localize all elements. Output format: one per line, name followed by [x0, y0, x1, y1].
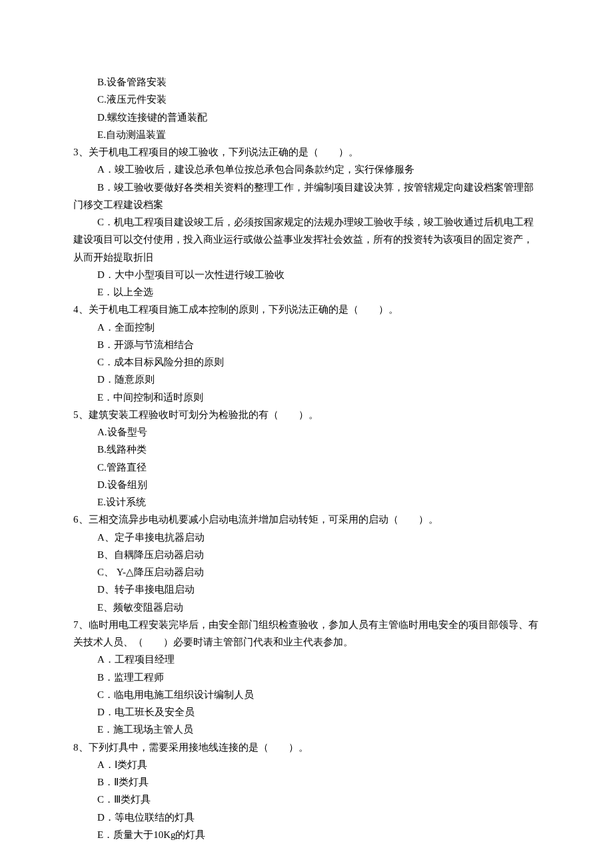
option-item: A、定子串接电抗器启动	[73, 529, 540, 546]
option-item: C．机电工程项目建设竣工后，必须按国家规定的法规办理竣工验收手续，竣工验收通过后…	[73, 213, 540, 266]
document-page: B.设备管路安装 C.液压元件安装 D.螺纹连接键的普通装配 E.自动测温装置 …	[0, 0, 613, 868]
option-item: D.设备组别	[73, 476, 540, 493]
option-item: B、自耦降压启动器启动	[73, 546, 540, 563]
option-item: E．质量大于10Kg的灯具	[73, 826, 540, 843]
question-5-stem: 5、建筑安装工程验收时可划分为检验批的有（ ）。	[73, 406, 540, 423]
option-item: C、 Y-△降压启动器启动	[73, 563, 540, 581]
option-text: B．竣工验收要做好各类相关资料的整理工作，并编制项目建设决算，按管辖规定向建设档…	[73, 182, 534, 210]
option-item: E．以上全选	[73, 283, 540, 301]
option-item: B．监理工程师	[73, 669, 540, 686]
option-item: B．开源与节流相结合	[73, 336, 540, 353]
option-item: D．等电位联结的灯具	[73, 809, 540, 826]
question-4-stem: 4、关于机电工程项目施工成本控制的原则，下列说法正确的是（ ）。	[73, 301, 540, 318]
option-item: D．电工班长及安全员	[73, 703, 540, 721]
option-item: A．工程项目经理	[73, 651, 540, 668]
option-item: A．竣工验收后，建设总承包单位按总承包合同条款约定，实行保修服务	[73, 161, 540, 178]
option-text: C．机电工程项目建设竣工后，必须按国家规定的法规办理竣工验收手续，竣工验收通过后…	[73, 217, 534, 263]
option-item: C．成本目标风险分担的原则	[73, 353, 540, 371]
option-item: A．Ⅰ类灯具	[73, 756, 540, 773]
option-item: B.线路种类	[73, 441, 540, 458]
option-item: E、频敏变阻器启动	[73, 599, 540, 616]
option-item: D．大中小型项目可以一次性进行竣工验收	[73, 266, 540, 283]
option-item: D、转子串接电阻启动	[73, 581, 540, 598]
option-item: D．随意原则	[73, 371, 540, 388]
option-item: C.管路直径	[73, 459, 540, 476]
option-item: E．施工现场主管人员	[73, 721, 540, 738]
option-item: E.设计系统	[73, 493, 540, 511]
option-item: A．全面控制	[73, 319, 540, 336]
question-8-stem: 8、下列灯具中，需要采用接地线连接的是（ ）。	[73, 739, 540, 756]
question-3-stem: 3、关于机电工程项目的竣工验收，下列说法正确的是（ ）。	[73, 143, 540, 161]
question-6-stem: 6、三相交流异步电动机要减小启动电流并增加启动转矩，可采用的启动（ ）。	[73, 511, 540, 528]
option-item: B．Ⅱ类灯具	[73, 773, 540, 791]
option-item: E.自动测温装置	[73, 126, 540, 143]
option-item: C．临电用电施工组织设计编制人员	[73, 686, 540, 703]
option-item: B.设备管路安装	[73, 73, 540, 91]
option-item: C.液压元件安装	[73, 91, 540, 108]
option-item: B．竣工验收要做好各类相关资料的整理工作，并编制项目建设决算，按管辖规定向建设档…	[73, 179, 540, 214]
option-item: E．中间控制和适时原则	[73, 389, 540, 406]
option-item: C．Ⅲ类灯具	[73, 791, 540, 808]
option-item: D.螺纹连接键的普通装配	[73, 109, 540, 126]
question-7-stem: 7、临时用电工程安装完毕后，由安全部门组织检查验收，参加人员有主管临时用电安全的…	[73, 616, 540, 651]
option-item: A.设备型号	[73, 423, 540, 441]
